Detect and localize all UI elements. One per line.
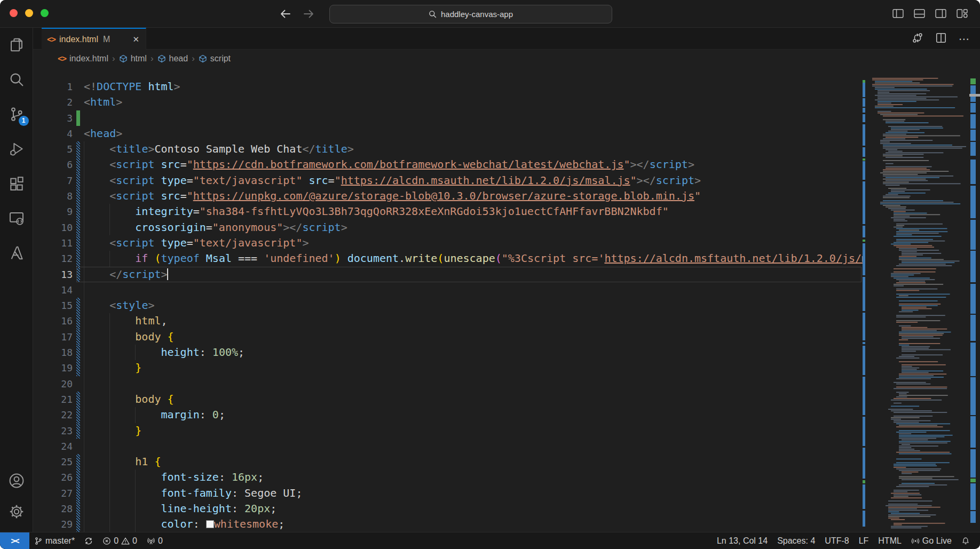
close-window-button[interactable] xyxy=(10,9,18,17)
code-token: 16px xyxy=(232,471,257,483)
remote-indicator[interactable]: >< xyxy=(0,532,29,549)
tab-bar: <> index.html M ✕ ⋯ xyxy=(33,28,980,50)
back-button[interactable] xyxy=(279,7,293,21)
code-line[interactable]: 13 </script> xyxy=(33,267,863,282)
minimap[interactable] xyxy=(866,75,968,531)
code-line[interactable]: 2<html> xyxy=(33,94,863,110)
forward-button[interactable] xyxy=(302,7,315,21)
code-line[interactable]: 5 <title>Contoso Sample Web Chat</title> xyxy=(33,141,863,157)
code-line[interactable]: 8 <script src="https://unpkg.com/@azure/… xyxy=(33,188,863,204)
sidebar-item-run-debug[interactable] xyxy=(5,138,28,160)
code-token: </ xyxy=(109,268,122,281)
code-line[interactable]: 21 body { xyxy=(33,392,863,407)
customize-layout-button[interactable] xyxy=(956,7,968,21)
code-line[interactable]: 23 } xyxy=(33,423,863,439)
code-line[interactable]: 22 margin: 0; xyxy=(33,407,863,423)
code-line[interactable]: 4<head> xyxy=(33,126,863,141)
code-line[interactable]: 24 xyxy=(33,439,863,454)
code-line[interactable]: 6 <script src="https://cdn.botframework.… xyxy=(33,157,863,172)
toggle-secondary-sidebar-button[interactable] xyxy=(935,7,947,21)
code-line[interactable]: 29 color: whitesmoke; xyxy=(33,516,863,532)
indent-guide xyxy=(109,251,110,266)
close-tab-button[interactable]: ✕ xyxy=(131,35,140,44)
code-token: color xyxy=(161,518,193,530)
forwarded-ports-item[interactable]: 0 xyxy=(142,532,168,549)
code-line[interactable]: 25 h1 { xyxy=(33,454,863,470)
sidebar-item-extensions[interactable] xyxy=(5,173,28,194)
code-line[interactable]: 15 <style> xyxy=(33,298,863,313)
code-line[interactable]: 16 html, xyxy=(33,313,863,329)
html-file-icon: <> xyxy=(47,35,56,44)
gutter-git-marker xyxy=(76,516,80,532)
git-branch-item[interactable]: master* xyxy=(29,532,80,549)
code-line[interactable]: 10 crossorigin="anonymous"></script> xyxy=(33,220,863,235)
breadcrumb-script[interactable]: script xyxy=(199,54,231,63)
code-line[interactable]: 17 body { xyxy=(33,329,863,345)
code-line[interactable]: 18 height: 100%; xyxy=(33,345,863,360)
command-center-search[interactable]: haddley-canvas-app xyxy=(329,5,612,23)
code-line[interactable]: 26 font-size: 16px; xyxy=(33,470,863,485)
code-line[interactable]: 7 <script type="text/javascript" src="ht… xyxy=(33,173,863,188)
accounts-button[interactable] xyxy=(5,470,28,491)
code-token xyxy=(161,393,168,405)
breadcrumb-html[interactable]: html xyxy=(119,54,147,63)
cursor-position-item[interactable]: Ln 13, Col 14 xyxy=(712,532,772,549)
code-token: < xyxy=(84,127,90,140)
breadcrumb-head-label: head xyxy=(169,54,188,63)
language-mode-item[interactable]: HTML xyxy=(873,532,906,549)
code-line[interactable]: 27 font-family: Segoe UI; xyxy=(33,486,863,501)
eol-item[interactable]: LF xyxy=(854,532,874,549)
code-token: < xyxy=(109,299,116,312)
indent-guide xyxy=(135,501,136,516)
sync-changes-button[interactable] xyxy=(80,532,98,549)
language-label: HTML xyxy=(878,536,902,546)
breadcrumb-file[interactable]: <> index.html xyxy=(58,54,108,63)
code-text: crossorigin="anonymous"></script> xyxy=(84,220,863,235)
code-line[interactable]: 12 if (typeof Msal === 'undefined') docu… xyxy=(33,251,863,266)
line-number: 23 xyxy=(33,423,75,439)
sidebar-item-remote-explorer[interactable] xyxy=(5,208,28,229)
code-line[interactable]: 1<!DOCTYPE html> xyxy=(33,79,863,94)
split-editor-button[interactable] xyxy=(935,32,947,45)
code-line[interactable]: 9 integrity="sha384-fsfhtLyVQo3L3Bh73qgQ… xyxy=(33,204,863,219)
notifications-button[interactable] xyxy=(957,532,975,549)
problems-item[interactable]: 0 0 xyxy=(98,532,142,549)
settings-button[interactable] xyxy=(5,501,28,522)
sidebar-item-azure[interactable] xyxy=(5,242,28,264)
toggle-primary-sidebar-button[interactable] xyxy=(892,7,904,21)
code-token: script xyxy=(122,268,161,281)
code-line[interactable]: 20 xyxy=(33,376,863,392)
indent-guide xyxy=(84,173,84,188)
line-number: 14 xyxy=(33,282,75,298)
tab-index-html[interactable]: <> index.html M ✕ xyxy=(42,28,146,50)
more-actions-button[interactable]: ⋯ xyxy=(959,33,970,45)
zoom-window-button[interactable] xyxy=(41,9,49,17)
open-changes-button[interactable] xyxy=(912,32,923,45)
breadcrumb-file-label: index.html xyxy=(69,54,108,63)
sidebar-item-source-control[interactable]: 1 xyxy=(5,104,28,125)
indent-guide xyxy=(109,501,110,516)
breadcrumb-html-label: html xyxy=(131,54,147,63)
line-number: 24 xyxy=(33,439,75,454)
code-token: Segoe UI xyxy=(244,487,296,499)
code-line[interactable]: 28 line-height: 20px; xyxy=(33,501,863,516)
code-line[interactable]: 3 xyxy=(33,110,863,126)
indentation-item[interactable]: Spaces: 4 xyxy=(772,532,820,549)
indent-guide xyxy=(109,392,110,407)
breadcrumb-head[interactable]: head xyxy=(157,54,188,63)
go-live-button[interactable]: Go Live xyxy=(906,532,957,549)
sidebar-item-explorer[interactable] xyxy=(5,34,28,55)
breadcrumb: <> index.html › html › head › script xyxy=(33,50,980,68)
code-editor[interactable]: 1<!DOCTYPE html>2<html>34<head>5 <title>… xyxy=(33,68,980,532)
code-line[interactable]: 11 <script type="text/javascript"> xyxy=(33,235,863,251)
encoding-item[interactable]: UTF-8 xyxy=(820,532,853,549)
code-token: > xyxy=(148,299,154,312)
toggle-panel-button[interactable] xyxy=(913,7,926,21)
minimize-window-button[interactable] xyxy=(25,9,33,17)
code-text: color: whitesmoke; xyxy=(84,516,863,532)
code-line[interactable]: 14 xyxy=(33,282,863,298)
editor-area: <> index.html M ✕ ⋯ <> index.html › xyxy=(33,28,980,532)
code-line[interactable]: 19 } xyxy=(33,360,863,376)
line-number: 2 xyxy=(33,94,75,110)
sidebar-item-search[interactable] xyxy=(5,69,28,90)
